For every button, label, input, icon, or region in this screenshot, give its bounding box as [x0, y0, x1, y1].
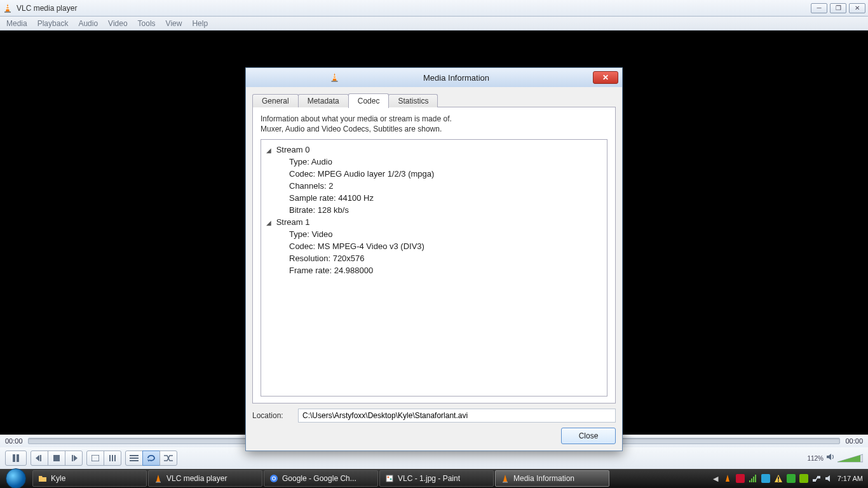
menu-playback[interactable]: Playback	[37, 19, 69, 28]
system-tray: ◀ 7:17 AM	[708, 474, 868, 483]
tab-metadata[interactable]: Metadata	[298, 94, 349, 107]
tray-overflow-icon[interactable]: ◀	[713, 475, 718, 483]
speaker-icon[interactable]	[826, 452, 835, 464]
svg-rect-13	[112, 455, 113, 461]
volume-slider[interactable]	[837, 453, 863, 463]
close-button[interactable]: Close	[561, 428, 616, 444]
skip-group	[31, 451, 83, 466]
tray-nvidia-icon[interactable]	[799, 474, 808, 483]
taskbar-button[interactable]: VLC media player	[148, 470, 262, 487]
tray-app2-icon[interactable]	[787, 474, 796, 483]
svg-marker-18	[147, 459, 149, 462]
location-field[interactable]	[298, 409, 616, 423]
svg-rect-2	[6, 6, 9, 8]
tray-volume-icon[interactable]	[825, 474, 834, 483]
stream-0-type[interactable]: Type: Audio	[266, 156, 602, 168]
svg-rect-23	[332, 81, 338, 82]
svg-point-32	[388, 477, 390, 478]
main-titlebar[interactable]: VLC media player ─ ❐ ✕	[0, 0, 868, 17]
stream-1-header[interactable]: ◢ Stream 1	[266, 216, 602, 228]
tab-general[interactable]: General	[252, 94, 299, 107]
start-orb-icon	[6, 468, 26, 488]
vlc-icon	[154, 474, 163, 483]
taskbar-button-label: VLC media player	[166, 474, 227, 483]
stop-button[interactable]	[48, 451, 65, 466]
start-button[interactable]	[0, 469, 32, 488]
stream-1-codec[interactable]: Codec: MS MPEG-4 Video v3 (DIV3)	[266, 240, 602, 252]
shuffle-button[interactable]	[159, 451, 177, 466]
taskbar: KyleVLC media playerGoogle - Google Ch..…	[0, 469, 868, 488]
stream-1-framerate[interactable]: Frame rate: 24.988000	[266, 264, 602, 276]
svg-point-33	[390, 478, 392, 480]
ext-settings-button[interactable]	[104, 451, 121, 466]
tray-vlc-icon[interactable]	[723, 474, 732, 483]
fullscreen-button[interactable]	[86, 451, 104, 466]
maximize-button[interactable]: ❐	[830, 3, 846, 13]
paint-icon	[385, 474, 394, 483]
svg-marker-36	[726, 475, 729, 482]
svg-rect-7	[40, 455, 41, 461]
dialog-titlebar[interactable]: Media Information ✕	[246, 68, 622, 87]
svg-rect-38	[751, 478, 752, 482]
menu-video[interactable]: Video	[108, 19, 127, 28]
taskbar-button[interactable]: VLC - 1.jpg - Paint	[379, 470, 494, 487]
tray-warning-icon[interactable]	[774, 474, 783, 483]
prev-button[interactable]	[31, 451, 48, 466]
dialog-body: General Metadata Codec Statistics Inform…	[246, 87, 622, 451]
svg-marker-26	[156, 475, 160, 482]
volume-control: 112%	[807, 452, 863, 464]
window-title: VLC media player	[17, 4, 811, 13]
dialog-close-button[interactable]: ✕	[593, 71, 618, 84]
menu-media[interactable]: Media	[6, 19, 27, 28]
codec-tree[interactable]: ◢ Stream 0 Type: Audio Codec: MPEG Audio…	[261, 139, 607, 396]
taskbar-button[interactable]: Google - Google Ch...	[264, 470, 378, 487]
stream-0-bitrate[interactable]: Bitrate: 128 kb/s	[266, 204, 602, 216]
loop-button[interactable]	[142, 451, 160, 466]
time-total: 00:00	[845, 437, 863, 445]
tray-clock[interactable]: 7:17 AM	[837, 475, 863, 482]
vlc-cone-icon	[3, 3, 13, 13]
collapse-icon[interactable]: ◢	[266, 147, 274, 154]
tab-strip: General Metadata Codec Statistics	[252, 92, 616, 107]
svg-rect-42	[778, 477, 779, 480]
menu-tools[interactable]: Tools	[138, 19, 156, 28]
menu-view[interactable]: View	[166, 19, 182, 28]
view-group	[86, 451, 121, 466]
stream-1-resolution[interactable]: Resolution: 720x576	[266, 252, 602, 264]
svg-rect-4	[13, 454, 15, 462]
window-buttons: ─ ❐ ✕	[811, 3, 865, 13]
taskbar-button[interactable]: Kyle	[32, 470, 147, 487]
stream-0-samplerate[interactable]: Sample rate: 44100 Hz	[266, 192, 602, 204]
location-label: Location:	[252, 411, 289, 420]
svg-rect-3	[6, 8, 9, 10]
collapse-icon[interactable]: ◢	[266, 219, 274, 226]
svg-rect-39	[753, 477, 754, 482]
stream-1-type[interactable]: Type: Video	[266, 228, 602, 240]
stream-0-header[interactable]: ◢ Stream 0	[266, 144, 602, 156]
close-button[interactable]: ✕	[849, 3, 865, 13]
tab-codec[interactable]: Codec	[348, 93, 390, 108]
tray-adobe-icon[interactable]	[736, 474, 745, 483]
play-pause-button[interactable]	[5, 451, 27, 466]
vlc-icon	[501, 474, 510, 483]
tab-statistics[interactable]: Statistics	[388, 94, 438, 107]
tray-signal-icon[interactable]	[749, 474, 757, 483]
svg-rect-11	[92, 455, 99, 461]
svg-rect-15	[130, 455, 139, 456]
stream-0-channels[interactable]: Channels: 2	[266, 180, 602, 192]
svg-rect-8	[53, 455, 60, 461]
minimize-button[interactable]: ─	[811, 3, 827, 13]
tray-network-icon[interactable]	[812, 474, 821, 483]
svg-marker-19	[827, 454, 831, 460]
svg-rect-17	[130, 460, 139, 461]
next-button[interactable]	[65, 451, 83, 466]
svg-rect-10	[72, 455, 73, 461]
svg-marker-46	[825, 475, 830, 482]
tray-app-icon[interactable]	[761, 474, 770, 483]
taskbar-button[interactable]: Media Information	[495, 470, 609, 487]
menu-audio[interactable]: Audio	[78, 19, 98, 28]
menu-help[interactable]: Help	[192, 19, 208, 28]
dialog-buttons: Close	[252, 428, 616, 444]
stream-0-codec[interactable]: Codec: MPEG Audio layer 1/2/3 (mpga)	[266, 168, 602, 180]
playlist-button[interactable]	[125, 451, 143, 466]
